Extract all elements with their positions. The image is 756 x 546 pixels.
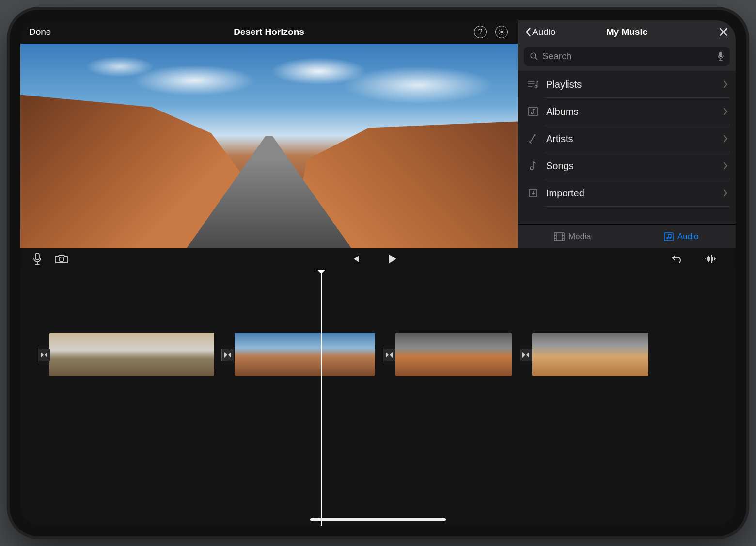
playlists-icon bbox=[526, 80, 540, 89]
timeline-clip[interactable] bbox=[49, 333, 214, 376]
svg-point-6 bbox=[534, 134, 536, 136]
imported-icon bbox=[526, 188, 540, 198]
chevron-right-icon bbox=[724, 189, 728, 197]
transition-button[interactable] bbox=[383, 349, 395, 361]
row-playlists[interactable]: Playlists bbox=[518, 71, 736, 98]
back-label: Audio bbox=[532, 27, 556, 37]
help-icon: ? bbox=[474, 26, 487, 38]
play-button[interactable] bbox=[384, 251, 401, 267]
row-imported[interactable]: Imported bbox=[518, 179, 736, 207]
playhead[interactable] bbox=[321, 270, 322, 526]
timeline-clip[interactable] bbox=[395, 333, 512, 376]
undo-button[interactable] bbox=[670, 251, 686, 267]
gear-icon bbox=[495, 26, 508, 38]
timeline-clip[interactable] bbox=[532, 333, 648, 376]
row-songs[interactable]: Songs bbox=[518, 152, 736, 179]
row-artists[interactable]: Artists bbox=[518, 125, 736, 152]
app-screen: Done Desert Horizons ? bbox=[20, 20, 736, 526]
search-icon bbox=[530, 52, 538, 61]
audio-icon bbox=[664, 232, 674, 241]
svg-point-14 bbox=[59, 257, 64, 262]
row-albums[interactable]: Albums bbox=[518, 98, 736, 125]
record-voiceover-button[interactable] bbox=[29, 251, 46, 267]
close-icon bbox=[719, 28, 728, 36]
timeline-clip[interactable] bbox=[235, 333, 375, 376]
tab-label: Media bbox=[568, 232, 591, 241]
close-panel-button[interactable] bbox=[718, 27, 729, 37]
transition-button[interactable] bbox=[520, 349, 532, 361]
video-preview[interactable] bbox=[20, 44, 518, 248]
svg-point-12 bbox=[669, 237, 671, 239]
chevron-right-icon bbox=[724, 135, 728, 143]
camera-icon bbox=[55, 254, 68, 264]
transition-icon bbox=[40, 352, 48, 358]
row-label: Playlists bbox=[546, 79, 724, 90]
transition-icon bbox=[522, 352, 530, 358]
svg-point-0 bbox=[501, 31, 503, 33]
svg-rect-10 bbox=[664, 233, 673, 241]
row-label: Imported bbox=[546, 188, 724, 199]
help-button[interactable]: ? bbox=[473, 25, 488, 39]
dictation-icon[interactable] bbox=[717, 51, 724, 61]
panel-header: Audio My Music bbox=[518, 20, 736, 44]
albums-icon bbox=[526, 107, 540, 116]
done-button[interactable]: Done bbox=[29, 27, 51, 37]
chevron-right-icon bbox=[724, 108, 728, 115]
transition-icon bbox=[224, 352, 232, 358]
skip-back-icon bbox=[351, 255, 360, 263]
svg-rect-13 bbox=[35, 253, 39, 260]
tab-audio[interactable]: Audio bbox=[627, 225, 736, 248]
row-label: Albums bbox=[546, 106, 724, 117]
skip-back-button[interactable] bbox=[347, 251, 364, 267]
transition-button[interactable] bbox=[38, 349, 50, 361]
panel-title: My Music bbox=[606, 27, 648, 37]
transition-button[interactable] bbox=[221, 349, 234, 361]
waveform-icon bbox=[705, 255, 717, 263]
waveform-toggle-button[interactable] bbox=[703, 251, 719, 267]
back-button[interactable]: Audio bbox=[525, 27, 556, 37]
title-bar: Done Desert Horizons ? bbox=[20, 20, 518, 44]
microphone-icon bbox=[33, 253, 42, 265]
editor-left-pane: Done Desert Horizons ? bbox=[20, 20, 518, 248]
media-icon bbox=[554, 232, 565, 241]
artists-icon bbox=[526, 134, 540, 144]
svg-rect-2 bbox=[719, 52, 722, 57]
play-icon bbox=[388, 254, 397, 264]
ipad-device-frame: Done Desert Horizons ? bbox=[10, 10, 746, 536]
music-category-list[interactable]: Playlists Albums bbox=[518, 71, 736, 224]
svg-point-7 bbox=[530, 167, 533, 170]
project-title: Desert Horizons bbox=[234, 27, 304, 37]
browser-tabs: Media Audio bbox=[518, 224, 736, 248]
chevron-right-icon bbox=[724, 80, 728, 88]
playback-toolbar bbox=[20, 248, 736, 270]
search-input[interactable] bbox=[542, 51, 713, 62]
top-area: Done Desert Horizons ? bbox=[20, 20, 736, 248]
row-label: Songs bbox=[546, 161, 724, 172]
songs-icon bbox=[526, 161, 540, 171]
transition-icon bbox=[385, 352, 393, 358]
camera-button[interactable] bbox=[53, 251, 70, 267]
undo-icon bbox=[672, 254, 684, 264]
timeline[interactable] bbox=[20, 270, 736, 526]
media-browser-panel: Audio My Music bbox=[518, 20, 736, 248]
settings-button[interactable] bbox=[494, 25, 509, 39]
tab-label: Audio bbox=[677, 232, 698, 241]
chevron-right-icon bbox=[724, 162, 728, 170]
chevron-left-icon bbox=[525, 27, 531, 37]
svg-rect-9 bbox=[554, 233, 564, 241]
row-label: Artists bbox=[546, 133, 724, 145]
tab-media[interactable]: Media bbox=[518, 225, 627, 248]
home-indicator[interactable] bbox=[310, 518, 446, 521]
search-field[interactable] bbox=[524, 47, 730, 66]
